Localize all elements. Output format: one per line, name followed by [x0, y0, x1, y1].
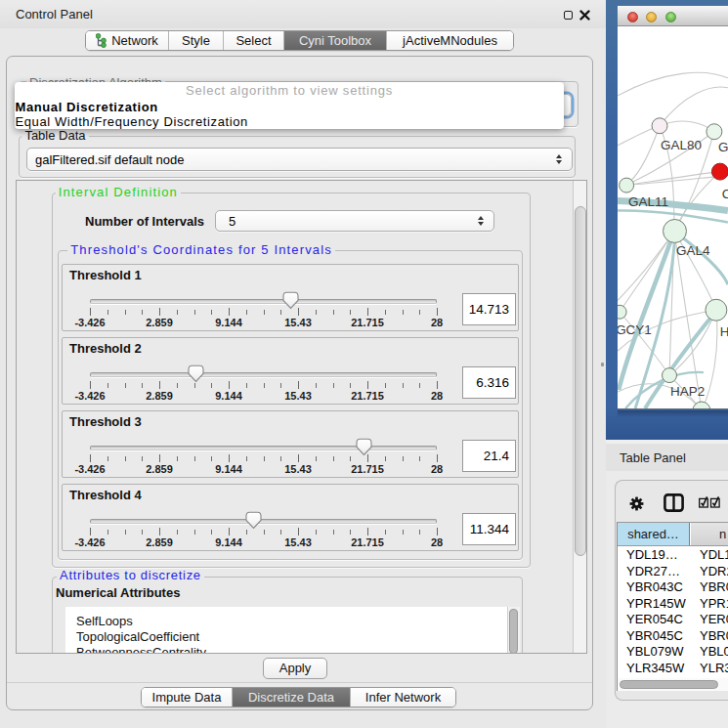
svg-text:HAP2: HAP2: [670, 384, 705, 399]
svg-text:GAL11: GAL11: [628, 194, 668, 209]
svg-text:GAL80: GAL80: [661, 138, 702, 152]
svg-text:H: H: [720, 324, 728, 339]
svg-text:GCY1: GCY1: [618, 322, 652, 337]
svg-text:GAL4: GAL4: [676, 243, 710, 258]
svg-text:C: C: [722, 187, 728, 201]
svg-text:GA: GA: [718, 140, 728, 154]
